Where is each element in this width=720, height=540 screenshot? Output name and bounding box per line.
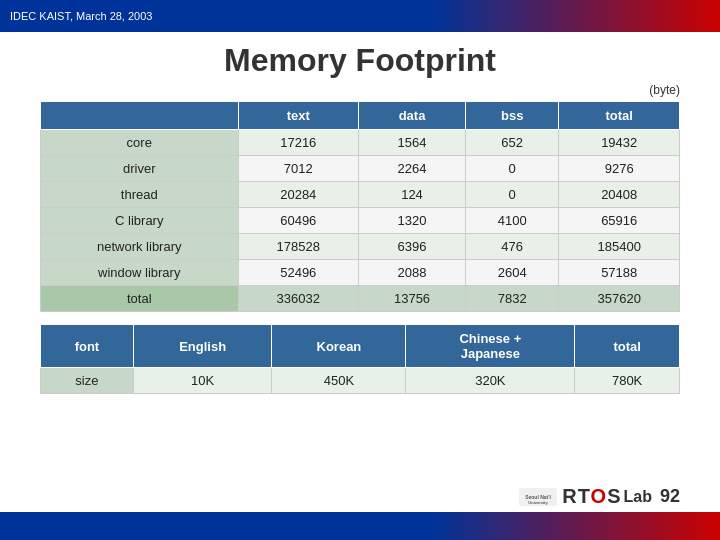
row-label: window library bbox=[41, 260, 239, 286]
row-label: core bbox=[41, 130, 239, 156]
row-bss: 476 bbox=[466, 234, 559, 260]
font-col-header-total: total bbox=[575, 325, 680, 368]
logo-lab: Lab bbox=[624, 488, 652, 506]
main-table-row: core 17216 1564 652 19432 bbox=[41, 130, 680, 156]
font-row-korean: 450K bbox=[272, 368, 406, 394]
col-header-text: text bbox=[238, 102, 359, 130]
bottom-bar bbox=[0, 512, 720, 540]
row-bss: 0 bbox=[466, 182, 559, 208]
font-row-english: 10K bbox=[133, 368, 272, 394]
row-total: 185400 bbox=[559, 234, 680, 260]
row-label: total bbox=[41, 286, 239, 312]
row-bss: 0 bbox=[466, 156, 559, 182]
row-total: 19432 bbox=[559, 130, 680, 156]
row-data: 2264 bbox=[359, 156, 466, 182]
row-bss: 7832 bbox=[466, 286, 559, 312]
font-table-row: size 10K 450K 320K 780K bbox=[41, 368, 680, 394]
row-bss: 2604 bbox=[466, 260, 559, 286]
main-table: text data bss total core 17216 1564 652 … bbox=[40, 101, 680, 312]
main-table-body: core 17216 1564 652 19432 driver 7012 22… bbox=[41, 130, 680, 312]
page-number: 92 bbox=[660, 486, 680, 507]
page-title: Memory Footprint bbox=[40, 42, 680, 79]
row-text: 52496 bbox=[238, 260, 359, 286]
font-col-header-chinese-japanese: Chinese +Japanese bbox=[406, 325, 575, 368]
row-data: 6396 bbox=[359, 234, 466, 260]
row-bss: 4100 bbox=[466, 208, 559, 234]
row-total: 65916 bbox=[559, 208, 680, 234]
font-col-header-english: English bbox=[133, 325, 272, 368]
main-table-row: window library 52496 2088 2604 57188 bbox=[41, 260, 680, 286]
row-data: 2088 bbox=[359, 260, 466, 286]
row-text: 60496 bbox=[238, 208, 359, 234]
font-table: font English Korean Chinese +Japanese to… bbox=[40, 324, 680, 394]
main-table-row: network library 178528 6396 476 185400 bbox=[41, 234, 680, 260]
main-table-row: driver 7012 2264 0 9276 bbox=[41, 156, 680, 182]
row-data: 124 bbox=[359, 182, 466, 208]
col-header-label bbox=[41, 102, 239, 130]
content: Memory Footprint (byte) text data bss to… bbox=[0, 32, 720, 414]
row-text: 20284 bbox=[238, 182, 359, 208]
row-bss: 652 bbox=[466, 130, 559, 156]
row-total: 9276 bbox=[559, 156, 680, 182]
main-table-row: total 336032 13756 7832 357620 bbox=[41, 286, 680, 312]
seoul-logo: Seoul Nat'l University bbox=[518, 487, 558, 507]
font-row-label: size bbox=[41, 368, 134, 394]
row-data: 1320 bbox=[359, 208, 466, 234]
font-row-chinese-japanese: 320K bbox=[406, 368, 575, 394]
row-label: network library bbox=[41, 234, 239, 260]
svg-text:University: University bbox=[529, 500, 549, 505]
row-text: 178528 bbox=[238, 234, 359, 260]
col-header-total: total bbox=[559, 102, 680, 130]
col-header-bss: bss bbox=[466, 102, 559, 130]
top-bar: IDEC KAIST, March 28, 2003 bbox=[0, 0, 720, 32]
row-label: driver bbox=[41, 156, 239, 182]
row-data: 13756 bbox=[359, 286, 466, 312]
row-label: C library bbox=[41, 208, 239, 234]
row-total: 357620 bbox=[559, 286, 680, 312]
main-table-row: thread 20284 124 0 20408 bbox=[41, 182, 680, 208]
row-total: 57188 bbox=[559, 260, 680, 286]
byte-label: (byte) bbox=[40, 83, 680, 97]
row-text: 17216 bbox=[238, 130, 359, 156]
top-bar-text: IDEC KAIST, March 28, 2003 bbox=[10, 10, 152, 22]
main-table-row: C library 60496 1320 4100 65916 bbox=[41, 208, 680, 234]
font-col-header-korean: Korean bbox=[272, 325, 406, 368]
main-table-header-row: text data bss total bbox=[41, 102, 680, 130]
col-header-data: data bbox=[359, 102, 466, 130]
font-table-header-row: font English Korean Chinese +Japanese to… bbox=[41, 325, 680, 368]
row-text: 336032 bbox=[238, 286, 359, 312]
row-text: 7012 bbox=[238, 156, 359, 182]
row-total: 20408 bbox=[559, 182, 680, 208]
row-data: 1564 bbox=[359, 130, 466, 156]
font-row-total: 780K bbox=[575, 368, 680, 394]
row-label: thread bbox=[41, 182, 239, 208]
logo-area: Seoul Nat'l University RTOS Lab 92 bbox=[518, 485, 680, 508]
font-table-body: size 10K 450K 320K 780K bbox=[41, 368, 680, 394]
font-col-header-font: font bbox=[41, 325, 134, 368]
logo-rtos: RTOS bbox=[562, 485, 621, 508]
